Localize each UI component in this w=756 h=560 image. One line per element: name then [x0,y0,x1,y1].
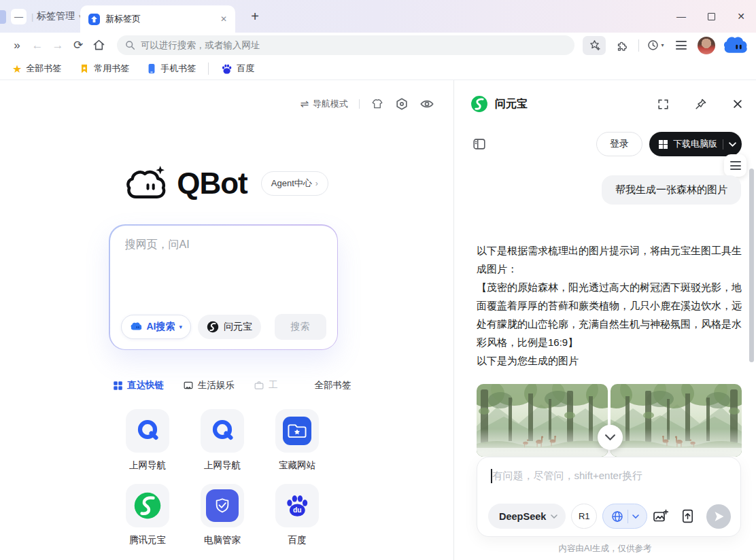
theme-shirt-icon[interactable] [371,97,384,111]
yuanbao-icon [207,321,219,333]
new-tab-button[interactable]: + [246,7,264,25]
minimize-button[interactable]: — [666,0,696,33]
home-button[interactable] [88,38,109,52]
panel-menu-button[interactable] [724,154,746,177]
tab-label: 工 [269,379,278,391]
bookmark-add-button[interactable] [583,36,606,55]
chat-input-card[interactable]: 有问题，尽管问，shift+enter换行 DeepSeek R1 [477,457,741,537]
download-label: 下载电脑版 [673,138,717,150]
extensions-button[interactable] [613,36,632,55]
ai-search-mode-dropdown[interactable]: AI搜索 ▾ [121,315,192,339]
collapse-dock-button[interactable]: — [11,9,27,24]
bookmark-label: 百度 [237,63,254,75]
phone-icon [147,63,156,74]
fullscreen-icon [657,98,670,111]
baidu-paw-icon: du [284,493,310,519]
address-input[interactable] [141,40,566,50]
login-button[interactable]: 登录 [596,132,642,156]
tab-close-icon[interactable]: ✕ [220,14,227,24]
ask-yuanbao-button[interactable]: 问元宝 [198,315,261,339]
shortcut-baidu[interactable]: du 百度 [275,484,319,546]
baidu-paw-icon [221,63,233,75]
collapse-chat-button[interactable] [598,425,623,450]
expand-panel-button[interactable] [657,98,670,111]
generated-forest-image-2[interactable] [611,384,742,457]
yuanbao-panel: 问元宝 登录 下载电脑版 [453,80,756,560]
tab-all-bookmarks[interactable]: 全部书签 [315,379,351,391]
refresh-button[interactable]: ⟳ [68,38,88,52]
star-add-icon [588,39,601,52]
model-label: DeepSeek [499,511,546,522]
panel-scrollbar[interactable] [749,169,754,362]
shortcut-treasure-sites[interactable]: 宝藏网站 [275,409,319,472]
download-desktop-button[interactable]: 下载电脑版 [649,132,742,156]
bookmark-mobile[interactable]: 手机书签 [141,63,201,75]
upload-file-icon[interactable] [680,508,695,524]
browser-toolbar: » ← → ⟳ ▾ [0,33,756,58]
eye-icon[interactable] [419,97,434,111]
panel-title: 问元宝 [495,97,528,111]
ai-response-prompt: 【茂密的原始森林，阳光透过高大的树冠洒下斑驳光影，地面覆盖着厚厚的苔藓和蕨类植物… [477,278,743,351]
tab-label: 直达快链 [127,379,164,391]
newtab-favicon [88,14,100,25]
qbot-assistant-button[interactable] [722,36,749,55]
search-button[interactable]: 搜索 [275,314,326,340]
divider [359,99,360,109]
agent-center-label: Agent中心 [271,177,312,190]
bookmark-frequent[interactable]: 常用书签 [73,63,135,75]
forward-button[interactable]: → [48,39,68,52]
maximize-button[interactable] [696,0,726,33]
shortcut-tencent-yuanbao[interactable]: 腾讯元宝 [126,484,169,546]
settings-hexagon-icon[interactable] [395,97,409,111]
briefcase-icon [254,380,264,391]
qbot-cloud-icon [722,35,749,56]
bookmark-all[interactable]: ★ 全部书签 [7,63,67,75]
history-clock-icon [647,39,659,52]
chevron-down-icon: ▾ [661,42,664,48]
newtab-search-input[interactable] [125,238,324,281]
web-search-toggle[interactable] [602,504,647,529]
maximize-icon [708,13,715,20]
tab-quick-links[interactable]: 直达快链 [113,379,164,391]
bookmark-baidu[interactable]: 百度 [216,63,260,75]
close-icon [732,98,744,110]
panel-header: 问元宝 [470,89,744,119]
ticket-icon [183,380,194,391]
chevron-down-icon[interactable] [729,142,736,147]
tab-work-partial[interactable]: 工 [254,379,278,391]
generated-forest-image-1[interactable] [477,384,608,457]
overflow-chevrons-icon[interactable]: » [7,39,27,52]
agent-center-button[interactable]: Agent中心 › [261,171,328,196]
docked-app-icon[interactable] [0,10,6,24]
address-bar[interactable] [117,35,574,55]
nav-mode-toggle[interactable]: ⇌ 导航模式 [300,98,348,110]
ai-response: 以下是根据需求梳理出的图片提示词，将由元宝生图工具生成图片： 【茂密的原始森林，… [477,241,743,370]
model-selector-dropdown[interactable]: DeepSeek [488,504,566,529]
send-icon[interactable] [706,504,731,529]
ai-response-outro: 以下是为您生成的图片 [477,351,743,370]
chevron-down-icon [605,434,615,440]
search-icon [125,40,135,50]
shortcut-pc-manager[interactable]: 电脑管家 [201,484,244,546]
shortcut-nav-site-1[interactable]: 上网导航 [126,409,169,472]
windows-icon [659,140,668,149]
menu-button[interactable] [672,36,691,55]
history-button[interactable]: ▾ [646,36,665,55]
shortcut-nav-site-2[interactable]: 上网导航 [201,409,244,472]
tag-manager-menu[interactable]: 标签管理 ▾ [37,0,82,33]
sidebar-toggle-icon[interactable] [472,137,487,152]
profile-avatar[interactable] [698,37,715,54]
close-panel-button[interactable] [732,98,744,110]
divider [723,139,723,150]
model-variant-toggle[interactable]: R1 [571,504,597,529]
add-image-icon[interactable] [653,508,669,525]
back-button[interactable]: ← [27,39,48,52]
browser-window: — | 标签管理 ▾ 新标签页 ✕ + — ✕ » ← → ⟳ [0,0,756,560]
yuanbao-logo-icon [470,95,488,113]
tab-new-tab-page[interactable]: 新标签页 ✕ [80,5,235,33]
close-window-button[interactable]: ✕ [726,0,756,33]
pin-panel-button[interactable] [694,98,707,111]
yuanbao-icon [133,491,162,520]
chat-input-placeholder-row[interactable]: 有问题，尽管问，shift+enter换行 [491,469,642,483]
tab-life-entertainment[interactable]: 生活娱乐 [183,379,235,391]
